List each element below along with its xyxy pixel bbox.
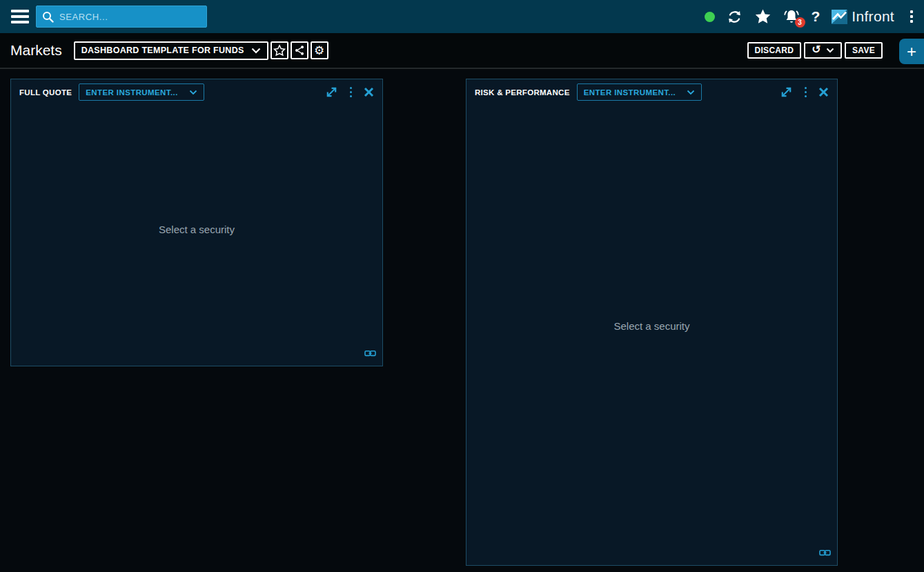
instrument-selector[interactable]: ENTER INSTRUMENT... [577,83,702,101]
refresh-icon[interactable] [727,9,743,25]
search-icon [42,11,54,23]
save-label: SAVE [852,46,875,55]
close-widget-icon[interactable] [818,87,829,97]
instrument-placeholder: ENTER INSTRUMENT... [86,88,177,97]
notifications-bell-icon[interactable]: 3 [783,8,800,25]
full-quote-widget: FULL QUOTE ENTER INSTRUMENT... [10,79,383,366]
expand-widget-icon[interactable] [780,86,793,99]
widget-header: RISK & PERFORMANCE ENTER INSTRUMENT... [466,79,837,101]
empty-state-message: Select a security [11,224,382,235]
chevron-down-icon [826,48,834,53]
link-channel-icon[interactable] [364,348,376,358]
instrument-placeholder: ENTER INSTRUMENT... [584,88,676,97]
notification-count-badge: 3 [795,17,805,28]
risk-performance-widget: RISK & PERFORMANCE ENTER INSTRUMENT... [466,79,838,566]
toolbar-right-actions: DISCARD ↺ SAVE [745,42,883,59]
topbar-actions: 3 ? Infront [705,0,917,33]
menu-icon[interactable] [11,10,29,23]
widget-title: FULL QUOTE [19,88,72,97]
chevron-down-icon [189,90,197,95]
widget-actions [325,86,375,99]
template-selector[interactable]: DASHBOARD TEMPLATE FOR FUNDS [74,41,268,60]
expand-widget-icon[interactable] [325,86,338,99]
brand-logo: Infront [832,8,894,25]
widget-header: FULL QUOTE ENTER INSTRUMENT... [11,79,382,101]
help-icon[interactable]: ? [812,8,820,25]
chevron-down-icon [251,48,261,54]
favorites-star-icon[interactable] [754,8,771,25]
link-channel-icon[interactable] [819,548,831,558]
chevron-down-icon [687,90,695,95]
app-root: { "topbar": { "search": { "placeholder":… [0,0,924,572]
revision-history-button[interactable]: ↺ [804,42,842,59]
top-bar: 3 ? Infront [0,0,924,33]
template-selector-value: DASHBOARD TEMPLATE FOR FUNDS [81,46,244,55]
favorite-dashboard-button[interactable] [271,41,288,59]
plus-icon: + [907,42,916,61]
overflow-menu-icon[interactable] [906,9,917,24]
discard-button[interactable]: DISCARD [747,42,802,59]
widget-menu-icon[interactable] [803,87,809,98]
search-box[interactable] [36,6,207,28]
dashboard-toolbar: Markets DASHBOARD TEMPLATE FOR FUNDS ⚙ [0,33,924,69]
widget-actions [780,86,829,99]
add-widget-button[interactable]: + [899,39,924,64]
infront-logo-icon [832,10,847,24]
star-outline-icon [273,44,286,57]
gear-icon: ⚙ [314,45,324,57]
undo-history-icon: ↺ [812,44,821,55]
empty-state-message: Select a security [466,320,837,332]
close-widget-icon[interactable] [364,87,374,97]
share-dashboard-button[interactable] [291,41,308,59]
save-button[interactable]: SAVE [845,42,883,59]
brand-name: Infront [852,8,894,25]
discard-label: DISCARD [755,46,794,55]
share-icon [294,45,305,56]
widget-title: RISK & PERFORMANCE [475,88,570,97]
instrument-selector[interactable]: ENTER INSTRUMENT... [79,83,204,101]
connection-status-icon [705,12,715,22]
page-title: Markets [10,42,62,59]
dashboard-settings-button[interactable]: ⚙ [311,41,328,59]
search-input[interactable] [59,12,201,22]
widget-menu-icon[interactable] [348,87,354,98]
